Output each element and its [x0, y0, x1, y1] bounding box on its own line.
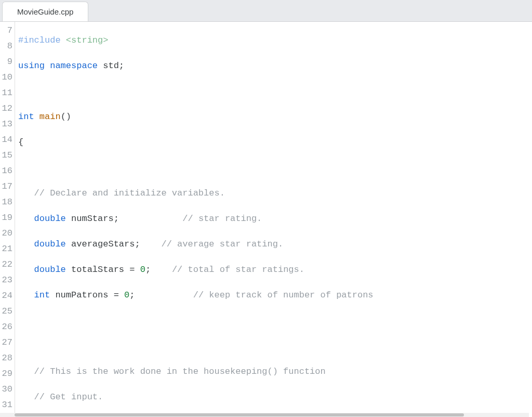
code-line[interactable]: double averageStars; // average star rat… [18, 237, 532, 252]
code-line[interactable]: // Get input. [18, 389, 532, 405]
line-num: 28 [0, 350, 15, 366]
code-line[interactable] [18, 313, 532, 329]
line-num: 15 [0, 148, 15, 163]
line-num: 22 [0, 257, 15, 272]
code-line[interactable]: double totalStars = 0; // total of star … [18, 262, 532, 278]
horizontal-scrollbar[interactable] [0, 413, 529, 417]
line-num: 26 [0, 319, 15, 335]
code-line[interactable]: double numStars; // star rating. [18, 211, 532, 227]
line-num: 17 [0, 179, 15, 194]
line-num: 13 [0, 116, 15, 132]
code-editor[interactable]: 7 8 9 10 11 12 13 14 15 16 17 18 19 20 2… [0, 22, 532, 417]
line-num: 14 [0, 132, 15, 148]
line-num: 30 [0, 382, 15, 397]
code-line[interactable] [18, 160, 532, 176]
line-num: 27 [0, 335, 15, 350]
tab-bar: MovieGuide.cpp [0, 0, 532, 22]
code-line[interactable]: #include <string> [18, 33, 532, 48]
line-num: 18 [0, 194, 15, 210]
scrollbar-thumb[interactable] [15, 413, 464, 416]
line-num: 29 [0, 366, 15, 382]
code-line[interactable]: int numPatrons = 0; // keep track of num… [18, 288, 532, 303]
line-num: 8 [0, 38, 15, 54]
code-content[interactable]: #include <string> using namespace std; i… [15, 22, 532, 417]
code-line[interactable]: int main() [18, 109, 532, 125]
line-num: 23 [0, 272, 15, 288]
code-line[interactable] [18, 338, 532, 354]
line-num: 25 [0, 304, 15, 319]
line-num: 7 [0, 23, 15, 38]
tab-label: MovieGuide.cpp [17, 7, 73, 16]
line-num: 19 [0, 210, 15, 226]
tab-active[interactable]: MovieGuide.cpp [2, 2, 88, 21]
line-num: 9 [0, 54, 15, 70]
line-num: 20 [0, 226, 15, 241]
code-line[interactable]: // This is the work done in the housekee… [18, 364, 532, 380]
line-num: 11 [0, 85, 15, 101]
line-num: 21 [0, 241, 15, 257]
line-num: 31 [0, 397, 15, 413]
line-num: 10 [0, 70, 15, 85]
code-line[interactable]: { [18, 135, 532, 150]
code-line[interactable]: using namespace std; [18, 58, 532, 74]
code-line[interactable] [18, 84, 532, 99]
code-line[interactable]: // Declare and initialize variables. [18, 186, 532, 201]
line-num: 16 [0, 163, 15, 179]
line-num: 12 [0, 101, 15, 116]
line-num: 24 [0, 288, 15, 304]
line-gutter: 7 8 9 10 11 12 13 14 15 16 17 18 19 20 2… [0, 22, 15, 417]
